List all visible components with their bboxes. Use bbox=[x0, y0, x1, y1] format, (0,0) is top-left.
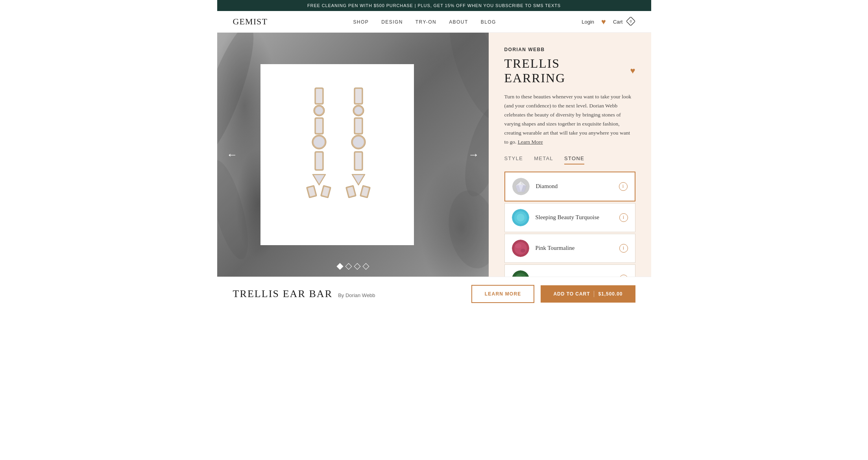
earring-illustration bbox=[282, 80, 392, 229]
right-shadow-svg bbox=[426, 33, 489, 277]
wishlist-heart-icon[interactable]: ♥ bbox=[601, 17, 606, 26]
svg-point-48 bbox=[517, 214, 524, 222]
main-nav: SHOP DESIGN TRY-ON ABOUT BLOG bbox=[353, 18, 496, 25]
product-image-area: ← → bbox=[217, 33, 489, 277]
svg-point-4 bbox=[443, 187, 488, 272]
tab-style[interactable]: STYLE bbox=[504, 155, 523, 164]
site-logo[interactable]: GEMIST bbox=[233, 17, 268, 27]
button-divider bbox=[594, 291, 594, 297]
product-price: $1,500.00 bbox=[598, 291, 622, 297]
svg-rect-16 bbox=[316, 153, 322, 169]
svg-point-5 bbox=[217, 33, 264, 164]
svg-point-30 bbox=[353, 137, 364, 148]
nav-about[interactable]: ABOUT bbox=[449, 19, 468, 25]
carousel-dot-3[interactable] bbox=[354, 263, 360, 270]
svg-point-6 bbox=[217, 157, 255, 262]
product-title-row: TRELLIS EARRING ♥ bbox=[504, 56, 635, 85]
product-image-box bbox=[260, 64, 414, 245]
svg-point-10 bbox=[315, 107, 323, 115]
stone-swatch-diamond bbox=[512, 178, 530, 195]
product-wishlist-icon[interactable]: ♥ bbox=[630, 66, 635, 76]
promo-banner: FREE CLEANING PEN WITH $500 PURCHASE | P… bbox=[217, 0, 651, 11]
stone-swatch-pink-tourmaline bbox=[512, 240, 529, 257]
stone-option-diamond[interactable]: Diamond i bbox=[504, 172, 635, 201]
add-to-cart-label: ADD TO CART bbox=[553, 291, 590, 297]
bottom-bar: TRELLIS EAR BAR By Dorian Webb LEARN MOR… bbox=[217, 277, 651, 311]
stone-info-turquoise[interactable]: i bbox=[619, 213, 628, 222]
main-content: ← → DORIAN WEBB TRELLIS EARRING ♥ Turn t… bbox=[217, 33, 651, 277]
product-tabs: STYLE METAL STONE bbox=[504, 155, 635, 164]
cart-label: Cart bbox=[613, 19, 623, 25]
nav-design[interactable]: DESIGN bbox=[381, 19, 403, 25]
nav-try-on[interactable]: TRY-ON bbox=[416, 19, 436, 25]
left-shadow-svg bbox=[217, 33, 264, 277]
header-actions: Login ♥ Cart 0 bbox=[582, 17, 635, 27]
svg-point-50 bbox=[514, 242, 527, 255]
stone-swatch-green-tourmaline bbox=[512, 270, 529, 277]
stone-name-pink-tourmaline: Pink Tourmaline bbox=[536, 245, 575, 251]
carousel-dot-2[interactable] bbox=[345, 263, 352, 270]
svg-point-52 bbox=[521, 249, 525, 253]
stone-swatch-turquoise bbox=[512, 209, 529, 226]
brand-name: DORIAN WEBB bbox=[504, 47, 635, 52]
carousel-dot-1[interactable] bbox=[336, 263, 343, 270]
nav-blog[interactable]: BLOG bbox=[481, 19, 496, 25]
carousel-prev-button[interactable]: ← bbox=[227, 148, 238, 161]
stone-option-green-tourmaline[interactable]: Green Tourmaline i bbox=[504, 264, 635, 277]
svg-rect-12 bbox=[316, 119, 322, 133]
svg-point-14 bbox=[314, 137, 325, 148]
stone-option-turquoise[interactable]: Sleeping Beauty Turquoise i bbox=[504, 203, 635, 232]
site-header: GEMIST SHOP DESIGN TRY-ON ABOUT BLOG Log… bbox=[217, 11, 651, 33]
product-description: Turn to these beauties whenever you want… bbox=[504, 92, 635, 147]
cart-diamond-icon: 0 bbox=[626, 17, 635, 26]
svg-rect-32 bbox=[355, 153, 362, 169]
stone-name-diamond: Diamond bbox=[536, 183, 558, 190]
stone-name-green-tourmaline: Green Tourmaline bbox=[536, 275, 578, 277]
carousel-next-button[interactable]: → bbox=[468, 148, 479, 161]
stone-options-list: Diamond i Sleeping Beauty Turquoise bbox=[504, 172, 635, 277]
stone-info-diamond[interactable]: i bbox=[619, 182, 628, 191]
svg-rect-24 bbox=[355, 89, 362, 103]
svg-point-2 bbox=[438, 33, 488, 126]
svg-text:0: 0 bbox=[630, 19, 632, 23]
tab-stone[interactable]: STONE bbox=[564, 155, 584, 164]
stone-info-pink-tourmaline[interactable]: i bbox=[619, 244, 628, 253]
learn-more-link[interactable]: Learn More bbox=[518, 139, 543, 145]
svg-point-26 bbox=[355, 107, 362, 115]
product-info-panel: DORIAN WEBB TRELLIS EARRING ♥ Turn to th… bbox=[489, 33, 651, 277]
svg-point-51 bbox=[515, 244, 521, 248]
carousel-dots bbox=[338, 264, 368, 269]
stone-option-pink-tourmaline[interactable]: Pink Tourmaline i bbox=[504, 234, 635, 263]
learn-more-button[interactable]: LEARN MORE bbox=[471, 285, 535, 303]
carousel-dot-4[interactable] bbox=[362, 263, 369, 270]
svg-rect-8 bbox=[316, 89, 322, 103]
bottom-product-name: TRELLIS EAR BAR bbox=[233, 288, 333, 300]
svg-rect-28 bbox=[355, 119, 362, 133]
nav-shop[interactable]: SHOP bbox=[353, 19, 369, 25]
login-button[interactable]: Login bbox=[582, 19, 594, 25]
product-title: TRELLIS EARRING bbox=[504, 56, 625, 85]
bottom-product-info: TRELLIS EAR BAR By Dorian Webb bbox=[233, 288, 375, 300]
bottom-brand: By Dorian Webb bbox=[338, 292, 375, 298]
bottom-actions: LEARN MORE ADD TO CART $1,500.00 bbox=[471, 285, 635, 303]
stone-info-green-tourmaline[interactable]: i bbox=[619, 275, 628, 277]
stone-name-turquoise: Sleeping Beauty Turquoise bbox=[536, 214, 600, 221]
tab-metal[interactable]: METAL bbox=[534, 155, 553, 164]
add-to-cart-button[interactable]: ADD TO CART $1,500.00 bbox=[541, 285, 635, 303]
cart-button[interactable]: Cart 0 bbox=[613, 17, 635, 27]
